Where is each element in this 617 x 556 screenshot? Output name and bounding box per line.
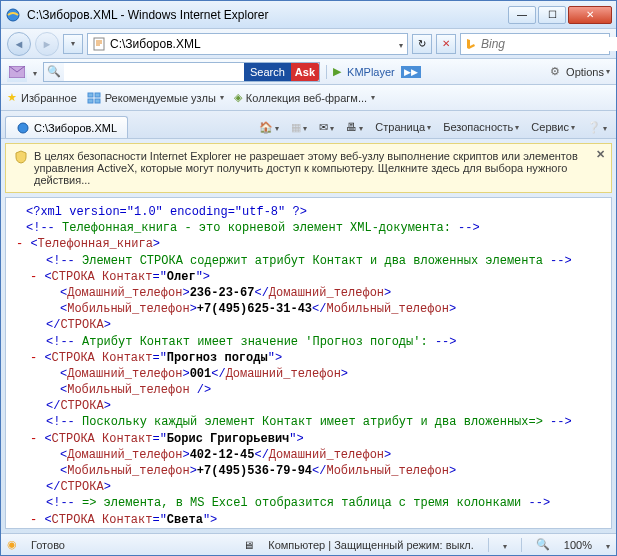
mode-dropdown[interactable] bbox=[503, 539, 507, 551]
menubar: 🔍 Search Ask ▶ KMPlayer ▶▶ ⚙ Options bbox=[1, 59, 616, 85]
print-icon: 🖶 bbox=[346, 121, 357, 133]
page-menu[interactable]: Страница bbox=[370, 117, 436, 137]
mail-icon[interactable] bbox=[7, 62, 27, 82]
print-button[interactable]: 🖶 bbox=[341, 117, 368, 137]
mail-button[interactable]: ✉ bbox=[314, 117, 339, 137]
service-menu[interactable]: Сервис bbox=[526, 117, 580, 137]
infobar-close[interactable]: ✕ bbox=[596, 148, 605, 161]
zoom-dropdown[interactable] bbox=[606, 539, 610, 551]
search-input[interactable] bbox=[481, 37, 617, 51]
address-bar[interactable] bbox=[87, 33, 408, 55]
mail-dropdown[interactable] bbox=[33, 66, 37, 78]
nav-toolbar: ◄ ► ↻ ✕ 🔍 bbox=[1, 29, 616, 59]
tab-active[interactable]: С:\Зиборов.XML bbox=[5, 116, 128, 138]
stop-button[interactable]: ✕ bbox=[436, 34, 456, 54]
kmplayer-link[interactable]: KMPlayer bbox=[347, 66, 395, 78]
options-menu[interactable]: Options bbox=[566, 66, 610, 78]
nav-history-dropdown[interactable] bbox=[63, 34, 83, 54]
svg-rect-1 bbox=[94, 38, 104, 50]
favorites-button[interactable]: ★ Избранное bbox=[7, 91, 77, 104]
toolbar-search-input[interactable] bbox=[64, 63, 244, 81]
address-input[interactable] bbox=[110, 37, 395, 51]
mail-icon-2: ✉ bbox=[319, 121, 328, 134]
svg-rect-5 bbox=[88, 99, 93, 103]
help-button[interactable]: ❔ bbox=[582, 117, 612, 137]
web-fragments[interactable]: ◈ Коллекция веб-фрагм... bbox=[234, 91, 375, 104]
search-button[interactable]: Search bbox=[244, 63, 291, 81]
file-icon bbox=[92, 37, 106, 51]
window-title: С:\Зиборов.XML - Windows Internet Explor… bbox=[27, 8, 508, 22]
home-button[interactable]: 🏠 bbox=[254, 117, 284, 137]
magnifier-icon: 🔍 bbox=[44, 65, 64, 78]
maximize-button[interactable]: ☐ bbox=[538, 6, 566, 24]
svg-rect-6 bbox=[95, 99, 100, 103]
close-button[interactable]: ✕ bbox=[568, 6, 612, 24]
play-icon[interactable]: ▶ bbox=[333, 65, 341, 78]
svg-point-7 bbox=[18, 123, 28, 133]
ie-icon bbox=[5, 7, 21, 23]
security-infobar[interactable]: В целях безопасности Internet Explorer н… bbox=[5, 143, 612, 193]
svg-rect-3 bbox=[88, 93, 93, 97]
minimize-button[interactable]: — bbox=[508, 6, 536, 24]
status-mode: Компьютер | Защищенный режим: выкл. bbox=[268, 539, 474, 551]
status-ready: Готово bbox=[31, 539, 65, 551]
gear-icon[interactable]: ⚙ bbox=[550, 65, 560, 78]
address-dropdown[interactable] bbox=[399, 38, 403, 50]
forward-button[interactable]: ► bbox=[35, 32, 59, 56]
safety-menu[interactable]: Безопасность bbox=[438, 117, 524, 137]
status-icon: ◉ bbox=[7, 538, 17, 551]
bing-icon bbox=[465, 38, 477, 50]
toolbar-search[interactable]: 🔍 Search Ask bbox=[43, 62, 320, 82]
kmplayer-next-icon[interactable]: ▶▶ bbox=[401, 66, 421, 78]
favorites-bar: ★ Избранное Рекомендуемые узлы ◈ Коллекц… bbox=[1, 85, 616, 111]
titlebar: С:\Зиборов.XML - Windows Internet Explor… bbox=[1, 1, 616, 29]
refresh-button[interactable]: ↻ bbox=[412, 34, 432, 54]
svg-rect-4 bbox=[95, 93, 100, 97]
infobar-text: В целях безопасности Internet Explorer н… bbox=[34, 150, 603, 186]
tab-bar: С:\Зиборов.XML 🏠 ▦ ✉ 🖶 Страница Безопасн… bbox=[1, 111, 616, 139]
ask-button[interactable]: Ask bbox=[291, 63, 319, 81]
feeds-button[interactable]: ▦ bbox=[286, 117, 312, 137]
xml-content: <?xml version="1.0" encoding="utf-8" ?><… bbox=[5, 197, 612, 529]
zoom-icon[interactable]: 🔍 bbox=[536, 538, 550, 551]
sites-icon bbox=[87, 91, 101, 105]
help-icon: ❔ bbox=[587, 121, 601, 134]
status-bar: ◉ Готово 🖥 Компьютер | Защищенный режим:… bbox=[1, 533, 616, 555]
fragment-icon: ◈ bbox=[234, 91, 242, 104]
computer-icon: 🖥 bbox=[243, 539, 254, 551]
back-button[interactable]: ◄ bbox=[7, 32, 31, 56]
shield-icon bbox=[14, 150, 28, 164]
zoom-level: 100% bbox=[564, 539, 592, 551]
ie-page-icon bbox=[16, 121, 30, 135]
recommended-sites[interactable]: Рекомендуемые узлы bbox=[87, 91, 224, 105]
rss-icon: ▦ bbox=[291, 121, 301, 134]
search-box[interactable]: 🔍 bbox=[460, 33, 610, 55]
home-icon: 🏠 bbox=[259, 121, 273, 134]
star-icon: ★ bbox=[7, 91, 17, 104]
